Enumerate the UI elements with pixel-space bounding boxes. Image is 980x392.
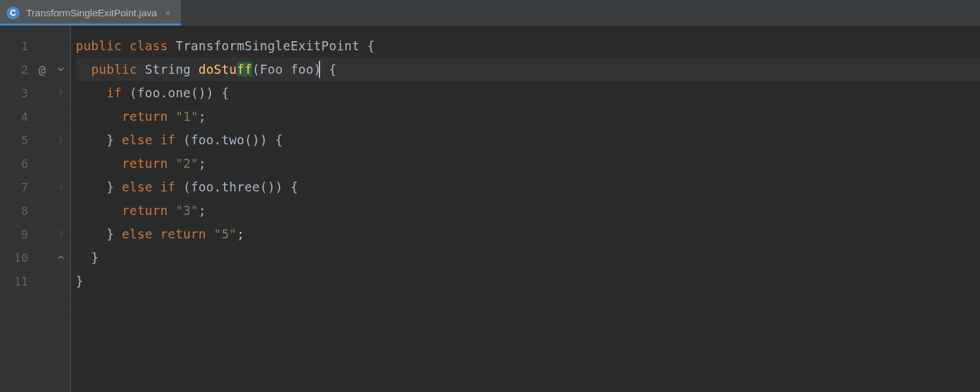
token-kw: else if (122, 133, 175, 147)
code-line[interactable]: if (foo.one()) { (76, 81, 980, 105)
gutter-row[interactable]: 3 (0, 81, 70, 105)
code-line[interactable]: return "1"; (76, 105, 980, 128)
file-tab[interactable]: C TransformSingleExitPoint.java × (0, 0, 181, 25)
token-txt (76, 109, 122, 123)
token-kw: else return (122, 227, 206, 241)
text-caret (319, 61, 320, 78)
token-txt (76, 86, 106, 100)
line-number: 6 (10, 157, 28, 171)
fold-icon (57, 112, 65, 120)
gutter-row[interactable]: 6 (0, 152, 70, 175)
code-area[interactable]: public class TransformSingleExitPoint { … (71, 26, 980, 392)
token-kw: return (122, 203, 167, 218)
token-txt (76, 203, 122, 218)
fold-icon (57, 159, 65, 167)
token-txt: } (76, 227, 122, 241)
fold-icon[interactable] (57, 136, 65, 144)
token-str: "3" (176, 203, 199, 218)
line-number: 3 (10, 86, 28, 100)
line-number: 11 (10, 274, 28, 288)
token-txt: ; (237, 227, 245, 241)
class-file-icon: C (7, 7, 20, 20)
code-line[interactable]: public String doStuff(Foo foo) { (76, 57, 980, 81)
fold-icon[interactable] (57, 230, 65, 238)
token-txt (168, 39, 176, 53)
token-txt: } (76, 133, 122, 147)
token-txt: (foo.one()) { (122, 86, 229, 100)
token-txt: ; (199, 203, 206, 218)
token-kw: return (122, 109, 167, 123)
token-txt: (foo.two()) { (176, 133, 283, 147)
fold-icon (57, 277, 65, 285)
token-txt (76, 156, 122, 171)
token-txt (206, 227, 214, 241)
line-number: 4 (10, 110, 28, 123)
tab-bar: C TransformSingleExitPoint.java × (0, 0, 980, 26)
gutter-row[interactable]: 11 (0, 269, 70, 293)
token-kw: class (129, 39, 168, 53)
gutter-row[interactable]: 8 (0, 199, 70, 222)
editor-area: 12@34567891011 public class TransformSin… (0, 26, 980, 392)
code-line[interactable]: } else if (foo.two()) { (76, 128, 980, 152)
close-icon[interactable]: × (163, 7, 172, 18)
token-str: "2" (176, 156, 199, 171)
gutter-row[interactable]: 10 (0, 246, 70, 269)
gutter-row[interactable]: 5 (0, 128, 70, 152)
code-line[interactable]: } else return "5"; (76, 222, 980, 246)
code-line[interactable]: } else if (foo.three()) { (76, 175, 980, 199)
gutter-row[interactable]: 4 (0, 105, 70, 128)
code-line[interactable]: return "3"; (76, 199, 980, 222)
token-txt (122, 39, 129, 53)
gutter-annotation: @ (39, 63, 49, 76)
token-txt: (Foo foo) { (252, 62, 336, 76)
token-txt: TransformSingleExitPoint { (176, 39, 375, 53)
gutter-row[interactable]: 2@ (0, 57, 70, 81)
line-number: 8 (10, 204, 28, 218)
token-kw: public (76, 39, 122, 53)
line-number: 7 (10, 180, 28, 194)
token-kw: return (122, 156, 167, 171)
token-fn: doStu (199, 62, 237, 76)
token-txt: } (76, 274, 84, 288)
token-kw: if (106, 86, 122, 100)
gutter-row[interactable]: 1 (0, 34, 70, 57)
line-number: 10 (10, 251, 28, 265)
code-line[interactable]: return "2"; (76, 152, 980, 175)
token-kw: public (91, 62, 137, 76)
line-number: 2 (10, 63, 28, 76)
fold-icon[interactable] (57, 183, 65, 191)
fold-icon[interactable] (57, 89, 65, 97)
fold-icon[interactable] (57, 253, 65, 261)
token-txt: (foo.three()) { (176, 180, 299, 194)
token-fnhl: ff (237, 62, 252, 76)
token-txt: } (76, 250, 99, 265)
code-line[interactable]: public class TransformSingleExitPoint { (76, 34, 980, 57)
fold-icon (57, 206, 65, 214)
tab-filename: TransformSingleExitPoint.java (26, 7, 157, 18)
code-line[interactable]: } (76, 269, 980, 293)
token-txt (168, 203, 176, 218)
fold-icon[interactable] (57, 65, 65, 73)
token-txt: String (145, 62, 199, 76)
line-number: 5 (10, 133, 28, 147)
line-number: 1 (10, 39, 28, 53)
code-line[interactable]: } (76, 246, 980, 269)
token-txt: ; (199, 109, 206, 123)
line-number: 9 (10, 227, 28, 241)
token-str: "5" (214, 227, 237, 241)
gutter[interactable]: 12@34567891011 (0, 26, 71, 392)
gutter-row[interactable]: 7 (0, 175, 70, 199)
token-txt (168, 156, 176, 171)
token-txt (76, 62, 91, 76)
gutter-row[interactable]: 9 (0, 222, 70, 246)
token-txt: ; (199, 156, 206, 171)
token-txt: } (76, 180, 122, 194)
token-kw: else if (122, 180, 175, 194)
token-str: "1" (176, 109, 199, 123)
token-txt (168, 109, 176, 123)
fold-icon (57, 42, 65, 50)
token-txt (137, 62, 145, 76)
